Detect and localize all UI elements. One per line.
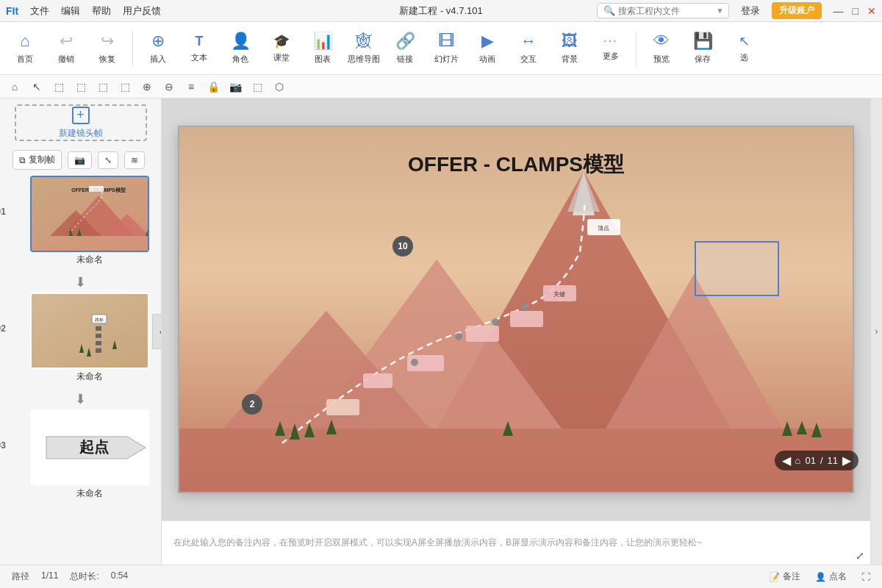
more-label: 更多: [603, 51, 619, 62]
copy-frame-button[interactable]: ⧉ 复制帧: [12, 150, 62, 170]
right-panel-toggle[interactable]: ›: [870, 98, 882, 564]
slide-item-3[interactable]: 03 起点 未命名: [12, 409, 149, 503]
slide-icon: 🎞: [438, 32, 454, 51]
fullscreen-icon: ⛶: [861, 572, 870, 582]
toolbar-character[interactable]: 👤 角色: [221, 25, 259, 72]
login-button[interactable]: 登录: [735, 3, 766, 19]
nav-prev-button[interactable]: ◀: [782, 453, 791, 467]
toolbar-text[interactable]: T 文本: [180, 25, 218, 72]
slide-name-3: 未命名: [30, 486, 149, 503]
svg-rect-41: [326, 399, 359, 415]
toolbar-chart[interactable]: 📊 图表: [304, 25, 342, 72]
screenshot-icon: 📷: [74, 155, 85, 165]
slide-name-2: 未命名: [30, 369, 149, 386]
canvas-title: OFFER - CLAMPS模型: [408, 151, 624, 179]
notes-expand-button[interactable]: ⤢: [856, 550, 864, 562]
st-home-icon[interactable]: ⌂: [6, 78, 24, 96]
st-fit-icon[interactable]: ≡: [182, 78, 200, 96]
svg-rect-42: [363, 373, 392, 388]
mindmap-label: 思维导图: [348, 54, 380, 65]
slide-label: 幻灯片: [434, 54, 459, 65]
badge-10: 10: [392, 236, 413, 257]
nav-total: 11: [828, 455, 838, 466]
st-zoom-in-icon[interactable]: ⊕: [138, 78, 156, 96]
path-value: 1/11: [41, 570, 58, 583]
minimize-button[interactable]: —: [833, 5, 844, 17]
nav-counter: ◀ ⌂ 01 / 11 ▶: [775, 451, 858, 470]
toolbar-redo[interactable]: ↪ 恢复: [88, 25, 126, 72]
expand-button[interactable]: ⤡: [98, 151, 118, 169]
toolbar-select[interactable]: ↖ 选: [725, 25, 763, 72]
roster-button[interactable]: 👤 点名: [815, 570, 847, 583]
screenshot-button[interactable]: 📷: [68, 151, 92, 169]
toolbar-link[interactable]: 🔗 链接: [386, 25, 424, 72]
svg-point-44: [492, 318, 499, 326]
st-select-icon[interactable]: ↖: [28, 78, 46, 96]
character-label: 角色: [232, 54, 248, 65]
svg-text:起点: 起点: [79, 439, 109, 455]
settings-button[interactable]: ≋: [124, 151, 145, 169]
collapse-panel-button[interactable]: ‹: [152, 314, 162, 349]
status-right: 📝 备注 👤 点名 ⛶: [769, 570, 870, 583]
toolbar-bg[interactable]: 🖼 背景: [551, 25, 589, 72]
search-dropdown-icon[interactable]: ▼: [717, 7, 724, 15]
window-controls: — □ ✕: [833, 5, 876, 17]
redo-label: 恢复: [99, 54, 115, 65]
toolbar-animation[interactable]: ▶ 动画: [468, 25, 506, 72]
upgrade-button[interactable]: 升级账户: [772, 2, 822, 19]
fullscreen-button[interactable]: ⛶: [861, 572, 870, 582]
st-hex-icon[interactable]: ⬡: [270, 78, 288, 96]
slide-thumb-wrap-2: 路标: [30, 293, 149, 369]
toolbar-save[interactable]: 💾 保存: [684, 25, 722, 72]
menu-feedback[interactable]: 用户反馈: [123, 4, 161, 18]
home-icon: ⌂: [20, 32, 29, 51]
thumb-2-svg: 路标: [32, 294, 149, 368]
search-box[interactable]: 🔍 ▼: [597, 3, 729, 18]
menu-help[interactable]: 帮助: [92, 4, 111, 18]
nav-home-icon[interactable]: ⌂: [795, 455, 801, 466]
svg-rect-39: [466, 326, 499, 342]
st-lock-icon[interactable]: 🔒: [204, 78, 222, 96]
st-frame3-icon[interactable]: ⬚: [94, 78, 112, 96]
svg-text:关键: 关键: [553, 291, 565, 298]
menu-file[interactable]: 文件: [30, 4, 49, 18]
notes-button[interactable]: 📝 备注: [769, 570, 800, 583]
slide-item-1[interactable]: 01 OFFER - CLAMPS模型: [12, 176, 149, 269]
main-toolbar: ⌂ 首页 ↩ 撤销 ↪ 恢复 ⊕ 插入 T 文本 👤 角色 🎓 课堂 📊 图表 …: [0, 22, 882, 75]
more-icon: ···: [603, 35, 617, 48]
toolbar-preview[interactable]: 👁 预览: [642, 25, 681, 72]
slide-item-2[interactable]: 02: [12, 293, 149, 386]
slide-indicator-2: ⬇: [72, 390, 90, 408]
close-button[interactable]: ✕: [867, 5, 876, 17]
menu-edit[interactable]: 编辑: [61, 4, 80, 18]
slide-canvas[interactable]: 顶点 关键: [162, 98, 870, 520]
notes-area: 在此处输入您的备注内容，在预览时开启双屏模式，可以实现A屏全屏播放演示内容，B屏…: [162, 520, 870, 564]
search-input[interactable]: [618, 6, 714, 16]
slide-thumb-wrap-1: OFFER - CLAMPS模型: [30, 176, 149, 252]
animation-label: 动画: [479, 54, 495, 65]
nav-next-button[interactable]: ▶: [842, 453, 851, 467]
st-grid-icon[interactable]: ⬚: [248, 78, 266, 96]
toolbar-course[interactable]: 🎓 课堂: [262, 25, 301, 72]
new-frame-button[interactable]: + 新建镜头帧: [15, 104, 147, 141]
home-label: 首页: [17, 54, 33, 65]
st-camera-icon[interactable]: 📷: [226, 78, 244, 96]
st-frame1-icon[interactable]: ⬚: [50, 78, 68, 96]
status-bar: 路径 1/11 总时长: 0:54 📝 备注 👤 点名 ⛶: [0, 564, 882, 588]
duration-label: 总时长:: [70, 570, 98, 583]
toolbar-interact[interactable]: ↔ 交互: [509, 25, 548, 72]
svg-rect-8: [89, 186, 104, 192]
st-frame4-icon[interactable]: ⬚: [116, 78, 134, 96]
toolbar-more[interactable]: ··· 更多: [592, 25, 630, 72]
toolbar-insert[interactable]: ⊕ 插入: [139, 25, 177, 72]
maximize-button[interactable]: □: [853, 5, 858, 17]
st-frame2-icon[interactable]: ⬚: [72, 78, 90, 96]
toolbar-mindmap[interactable]: 🕸 思维导图: [345, 25, 383, 72]
course-label: 课堂: [273, 52, 290, 63]
save-icon: 💾: [693, 32, 713, 51]
st-zoom-out-icon[interactable]: ⊖: [160, 78, 178, 96]
window-title: 新建工程 - v4.7.101: [399, 4, 482, 18]
toolbar-undo[interactable]: ↩ 撤销: [47, 25, 85, 72]
toolbar-home[interactable]: ⌂ 首页: [6, 25, 44, 72]
toolbar-slide[interactable]: 🎞 幻灯片: [427, 25, 465, 72]
